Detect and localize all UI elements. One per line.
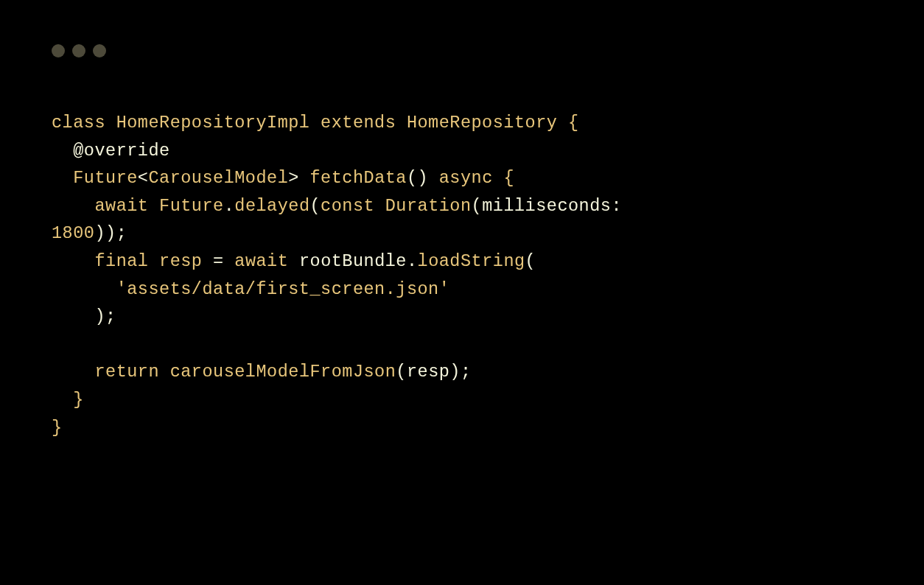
code-line: 1800)); [52,220,924,248]
traffic-light-dot [93,44,106,57]
code-line: } [52,386,924,414]
keyword-extends: extends [321,113,396,133]
future-class: Future [159,196,224,216]
function-call: carouselModelFromJson [170,362,396,382]
superclass-name: HomeRepository [407,113,557,133]
method-delayed: delayed [234,196,309,216]
code-line: await Future.delayed(const Duration(mill… [52,192,924,220]
variable-name: resp [159,251,202,271]
code-line-blank [52,331,924,359]
annotation-override: @override [73,141,169,161]
return-type: Future [73,168,138,188]
window-controls [0,0,924,57]
code-line: @override [52,137,924,165]
string-literal: 'assets/data/first_screen.json' [116,279,450,299]
param-name: milliseconds [482,196,611,216]
number-literal: 1800 [52,223,94,243]
keyword-async: async [439,168,493,188]
code-line: } [52,414,924,442]
keyword-await: await [94,196,148,216]
duration-class: Duration [385,196,472,216]
keyword-class: class [52,113,105,133]
brace-icon: { [503,168,514,188]
keyword-await: await [234,251,288,271]
code-line: final resp = await rootBundle.loadString… [52,248,924,276]
traffic-light-dot [72,44,85,57]
method-name: fetchData [310,168,407,188]
traffic-light-dot [52,44,65,57]
keyword-final: final [94,251,148,271]
class-declaration: HomeRepositoryImpl [116,113,310,133]
code-line: return carouselModelFromJson(resp); [52,358,924,386]
code-line: ); [52,303,924,331]
code-editor[interactable]: class HomeRepositoryImpl extends HomeRep… [0,57,924,441]
generic-type: CarouselModel [148,168,288,188]
keyword-const: const [321,196,374,216]
root-bundle: rootBundle [299,251,407,271]
method-loadstring: loadString [418,251,525,271]
brace-icon: } [52,418,63,438]
code-line: 'assets/data/first_screen.json' [52,276,924,304]
brace-icon: } [73,390,84,410]
keyword-return: return [94,362,159,382]
code-line: class HomeRepositoryImpl extends HomeRep… [52,109,924,137]
code-line: Future<CarouselModel> fetchData() async … [52,164,924,192]
brace-icon: { [568,113,579,133]
argument: resp [407,362,449,382]
